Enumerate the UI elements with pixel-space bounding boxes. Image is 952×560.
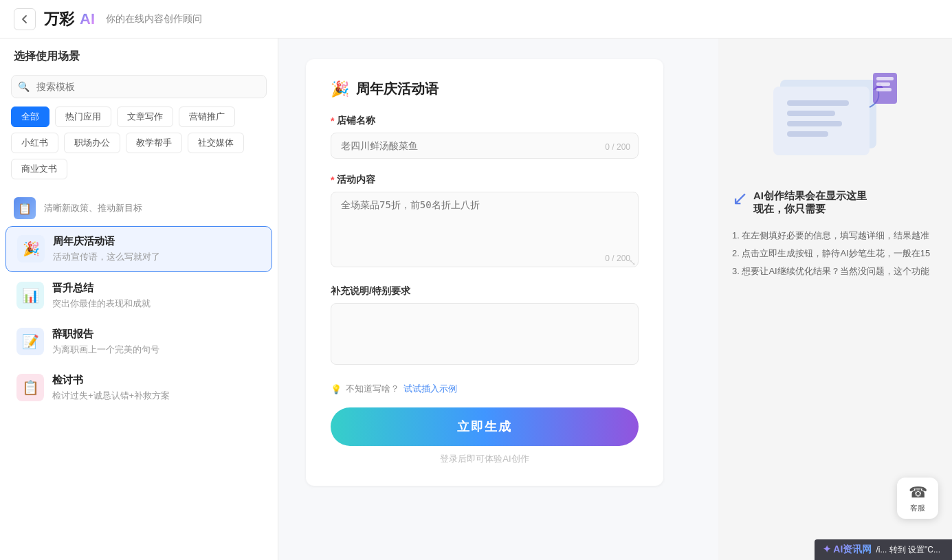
category-tags: 全部 热门应用 文章写作 营销推广 小红书 职场办公 教学帮手 社交媒体 商业文… xyxy=(0,107,278,179)
template-list: 📋 清晰新政策、推动新目标 🎉 周年庆活动语 活动宣传语，这么写就对了 📊 晋升… xyxy=(0,186,278,560)
extra-notes-label: 补充说明/特别要求 xyxy=(331,285,639,298)
ai-steps: 1. 在左侧填好必要的信息，填写越详细，结果越准 2. 点击立即生成按钮，静待A… xyxy=(732,227,930,280)
template-desc-resignation: 为离职画上一个完美的句号 xyxy=(52,344,261,356)
required-star-2: * xyxy=(331,175,334,186)
content-area: 🎉 周年庆活动语 * 店铺名称 0 / 200 * 活动内容 xyxy=(278,38,718,560)
form-title: 周年庆活动语 xyxy=(356,80,439,98)
sidebar: 选择使用场景 🔍 全部 热门应用 文章写作 营销推广 小红书 职场办公 教学帮手… xyxy=(0,38,278,560)
extra-notes-label-text: 补充说明/特别要求 xyxy=(331,285,410,298)
resize-handle[interactable]: ⤡ xyxy=(629,258,636,267)
extra-notes-textarea[interactable] xyxy=(331,303,639,365)
template-name-review: 检讨书 xyxy=(52,374,261,387)
template-item-promotion[interactable]: 📊 晋升总结 突出你最佳的表现和成就 xyxy=(5,273,272,318)
hint-icon: 💡 xyxy=(331,384,342,394)
svg-rect-10 xyxy=(876,88,892,91)
logo-ai: AI xyxy=(80,10,95,28)
ai-step-2: 2. 点击立即生成按钮，静待AI妙笔生花，一般在15 xyxy=(732,245,930,262)
form-header: 🎉 周年庆活动语 xyxy=(331,80,639,98)
ai-result-section: ↙ AI创作结果会在显示这里 现在，你只需要 xyxy=(732,190,867,216)
template-desc-anniversary: 活动宣传语，这么写就对了 xyxy=(53,251,261,263)
generate-button[interactable]: 立即生成 xyxy=(331,407,639,446)
search-box: 🔍 xyxy=(11,75,267,98)
shop-name-char-count: 0 / 200 xyxy=(605,142,630,152)
customer-service-icon: ☎ xyxy=(909,484,927,502)
tag-teaching[interactable]: 教学帮手 xyxy=(126,133,182,153)
policy-text: 清晰新政策、推动新目标 xyxy=(44,202,142,214)
svg-rect-3 xyxy=(787,111,835,116)
policy-icon: 📋 xyxy=(14,197,36,219)
ai-step-3: 3. 想要让AI继续优化结果？当然没问题，这个功能 xyxy=(732,262,930,280)
extra-notes-wrap xyxy=(331,303,639,368)
hint-prefix: 不知道写啥？ xyxy=(346,383,399,395)
extra-notes-group: 补充说明/特别要求 xyxy=(331,285,639,368)
tag-hot[interactable]: 热门应用 xyxy=(55,107,111,127)
customer-service-button[interactable]: ☎ 客服 xyxy=(897,478,938,519)
tag-article[interactable]: 文章写作 xyxy=(117,107,173,127)
svg-rect-8 xyxy=(876,77,894,80)
ai-result-text: AI创作结果会在显示这里 现在，你只需要 xyxy=(753,190,867,216)
hint-link[interactable]: 试试插入示例 xyxy=(403,383,457,395)
header-subtitle: 你的在线内容创作顾问 xyxy=(106,13,202,25)
svg-rect-4 xyxy=(787,121,842,126)
template-icon-review: 📋 xyxy=(16,374,44,401)
shop-name-group: * 店铺名称 0 / 200 xyxy=(331,115,639,159)
illustration xyxy=(766,66,904,176)
activity-content-wrap: 0 / 200 ⤡ xyxy=(331,192,639,270)
activity-content-char-count: 0 / 200 xyxy=(605,254,630,263)
ai-result-line2: 现在，你只需要 xyxy=(753,203,867,216)
shop-name-wrap: 0 / 200 xyxy=(331,133,639,159)
hint-row: 💡 不知道写啥？ 试试插入示例 xyxy=(331,383,639,395)
sidebar-title: 选择使用场景 xyxy=(0,38,278,69)
shop-name-input[interactable] xyxy=(331,133,639,159)
logo-text: 万彩 xyxy=(44,9,74,30)
shop-name-label: * 店铺名称 xyxy=(331,115,639,127)
required-star-1: * xyxy=(331,115,334,126)
shop-name-label-text: 店铺名称 xyxy=(337,115,375,127)
policy-item[interactable]: 📋 清晰新政策、推动新目标 xyxy=(0,192,278,225)
template-desc-review: 检讨过失+诚恳认错+补救方案 xyxy=(52,390,261,402)
tag-xiaohongshu[interactable]: 小红书 xyxy=(11,133,58,153)
form-header-icon: 🎉 xyxy=(331,80,349,98)
activity-content-label: * 活动内容 xyxy=(331,174,639,186)
bottom-bar-text: /i... 转到 设置"C... xyxy=(876,544,940,556)
bottom-bar: ✦ AI资讯网 /i... 转到 设置"C... xyxy=(815,539,952,560)
template-name-promotion: 晋升总结 xyxy=(52,282,261,295)
template-desc-promotion: 突出你最佳的表现和成就 xyxy=(52,298,261,310)
login-hint: 登录后即可体验AI创作 xyxy=(331,453,639,465)
ai-result-line1: AI创作结果会在显示这里 xyxy=(753,190,867,203)
template-icon-promotion: 📊 xyxy=(16,282,44,309)
tag-office[interactable]: 职场办公 xyxy=(64,133,120,153)
activity-content-textarea[interactable] xyxy=(331,192,639,267)
main-layout: 选择使用场景 🔍 全部 热门应用 文章写作 营销推广 小红书 职场办公 教学帮手… xyxy=(0,38,952,560)
search-icon: 🔍 xyxy=(18,81,30,92)
back-button[interactable] xyxy=(14,8,36,30)
template-info-promotion: 晋升总结 突出你最佳的表现和成就 xyxy=(52,282,261,310)
activity-content-group: * 活动内容 0 / 200 ⤡ xyxy=(331,174,639,270)
template-item-resignation[interactable]: 📝 辞职报告 为离职画上一个完美的句号 xyxy=(5,320,272,364)
tag-all[interactable]: 全部 xyxy=(11,107,49,127)
tag-social[interactable]: 社交媒体 xyxy=(188,133,244,153)
svg-rect-5 xyxy=(787,131,828,137)
template-info-review: 检讨书 检讨过失+诚恳认错+补救方案 xyxy=(52,374,261,402)
form-card: 🎉 周年庆活动语 * 店铺名称 0 / 200 * 活动内容 xyxy=(306,59,663,486)
bottom-bar-logo: ✦ AI资讯网 xyxy=(823,544,872,556)
arrow-icon: ↙ xyxy=(732,187,748,210)
template-name-anniversary: 周年庆活动语 xyxy=(53,235,261,248)
template-info-resignation: 辞职报告 为离职画上一个完美的句号 xyxy=(52,328,261,356)
template-item-anniversary[interactable]: 🎉 周年庆活动语 活动宣传语，这么写就对了 xyxy=(5,226,272,272)
template-icon-resignation: 📝 xyxy=(16,328,44,355)
template-item-review[interactable]: 📋 检讨书 检讨过失+诚恳认错+补救方案 xyxy=(5,366,272,410)
template-name-resignation: 辞职报告 xyxy=(52,328,261,341)
logo: 万彩 AI xyxy=(44,9,95,30)
tag-marketing[interactable]: 营销推广 xyxy=(179,107,235,127)
activity-content-label-text: 活动内容 xyxy=(337,174,375,186)
svg-rect-2 xyxy=(787,100,849,106)
tag-business[interactable]: 商业文书 xyxy=(11,159,67,179)
svg-rect-9 xyxy=(876,82,890,86)
template-info-anniversary: 周年庆活动语 活动宣传语，这么写就对了 xyxy=(53,235,261,263)
ai-step-1: 1. 在左侧填好必要的信息，填写越详细，结果越准 xyxy=(732,227,930,245)
template-icon-anniversary: 🎉 xyxy=(17,235,45,262)
search-input[interactable] xyxy=(11,75,267,98)
header: 万彩 AI 你的在线内容创作顾问 xyxy=(0,0,952,38)
customer-service-label: 客服 xyxy=(910,503,925,513)
